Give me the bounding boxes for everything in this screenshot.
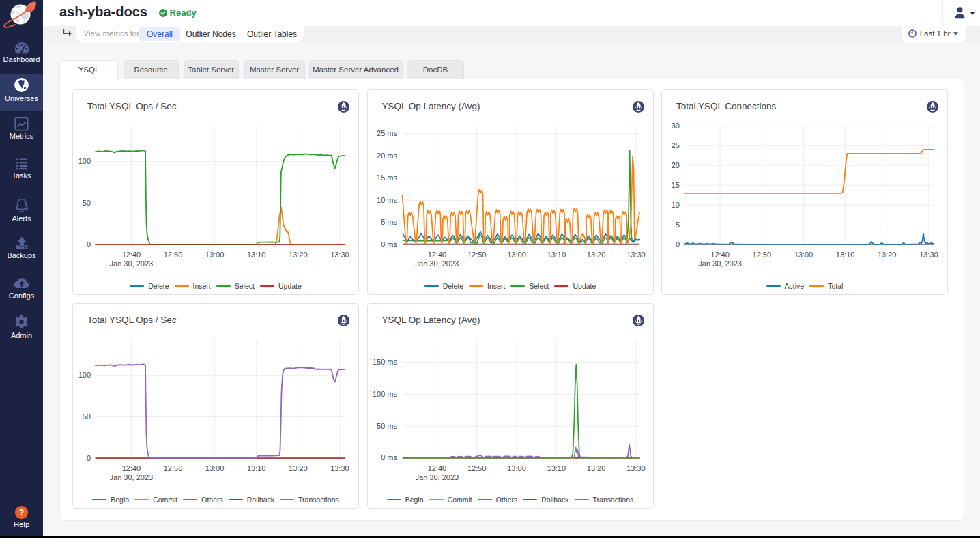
svg-text:13:20: 13:20 [586, 251, 605, 259]
svg-text:150 ms: 150 ms [372, 358, 397, 366]
svg-text:13:00: 13:00 [507, 251, 526, 259]
svg-text:12:50: 12:50 [164, 464, 183, 472]
svg-text:13:20: 13:20 [586, 464, 605, 472]
svg-text:13:00: 13:00 [205, 464, 225, 472]
svg-text:Jan 30, 2023: Jan 30, 2023 [110, 259, 154, 268]
svg-text:Jan 30, 2023: Jan 30, 2023 [415, 473, 459, 481]
svg-text:30: 30 [672, 122, 680, 130]
svg-text:?: ? [19, 508, 24, 518]
svg-text:100 ms: 100 ms [372, 390, 397, 398]
svg-text:12:40: 12:40 [122, 464, 141, 472]
svg-text:50: 50 [83, 199, 91, 207]
svg-text:13:10: 13:10 [547, 251, 566, 259]
svg-text:100: 100 [78, 371, 91, 379]
svg-text:5: 5 [676, 221, 680, 229]
svg-text:10 ms: 10 ms [377, 196, 397, 204]
svg-text:20: 20 [672, 161, 680, 169]
svg-text:15: 15 [672, 181, 680, 189]
svg-text:12:40: 12:40 [710, 251, 730, 259]
svg-text:13:30: 13:30 [626, 464, 646, 472]
svg-text:13:30: 13:30 [626, 251, 646, 259]
svg-text:13:20: 13:20 [878, 251, 897, 259]
svg-text:15 ms: 15 ms [377, 173, 397, 182]
svg-text:10: 10 [672, 201, 680, 209]
svg-text:12:50: 12:50 [467, 464, 486, 472]
svg-text:Jan 30, 2023: Jan 30, 2023 [698, 259, 742, 268]
svg-text:0 ms: 0 ms [381, 453, 397, 462]
svg-text:12:40: 12:40 [122, 251, 141, 259]
svg-text:25 ms: 25 ms [377, 129, 397, 137]
svg-text:13:30: 13:30 [330, 464, 349, 472]
svg-text:25: 25 [672, 141, 680, 150]
svg-text:13:30: 13:30 [330, 251, 349, 259]
svg-text:50: 50 [83, 412, 91, 421]
svg-text:13:30: 13:30 [919, 251, 938, 259]
svg-text:12:40: 12:40 [427, 464, 446, 472]
svg-text:50 ms: 50 ms [377, 422, 397, 430]
svg-text:Jan 30, 2023: Jan 30, 2023 [415, 259, 459, 268]
svg-text:13:00: 13:00 [794, 251, 813, 259]
svg-text:13:10: 13:10 [247, 464, 266, 472]
svg-text:0 ms: 0 ms [381, 240, 397, 249]
svg-text:20 ms: 20 ms [377, 152, 397, 160]
svg-text:Jan 30, 2023: Jan 30, 2023 [110, 473, 154, 481]
svg-text:13:20: 13:20 [289, 251, 308, 259]
svg-text:12:50: 12:50 [164, 251, 183, 259]
svg-text:13:10: 13:10 [836, 251, 855, 259]
svg-text:0: 0 [87, 240, 91, 249]
svg-text:13:10: 13:10 [247, 251, 266, 259]
svg-text:12:50: 12:50 [467, 251, 486, 259]
svg-text:0: 0 [676, 240, 680, 249]
svg-text:13:10: 13:10 [547, 464, 566, 472]
svg-text:5 ms: 5 ms [381, 218, 397, 226]
svg-text:13:20: 13:20 [289, 464, 308, 472]
svg-text:0: 0 [87, 454, 91, 462]
svg-text:13:00: 13:00 [507, 464, 526, 472]
svg-text:12:50: 12:50 [753, 251, 772, 259]
svg-text:13:00: 13:00 [205, 251, 225, 259]
svg-text:12:40: 12:40 [427, 251, 446, 259]
svg-text:100: 100 [78, 157, 91, 165]
